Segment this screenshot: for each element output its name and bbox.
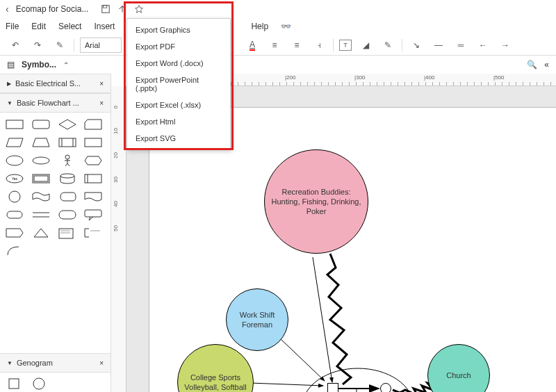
shape-rect2[interactable] <box>83 135 104 150</box>
flowchart-shapes: Yes <box>0 113 111 263</box>
menu-insert[interactable]: Insert <box>94 22 115 31</box>
shape-note[interactable] <box>57 225 78 240</box>
close-section-icon[interactable]: × <box>99 99 104 107</box>
pen-icon[interactable]: ✎ <box>379 37 396 54</box>
back-icon[interactable]: ‹ <box>6 3 9 15</box>
connector-icon[interactable]: ↘ <box>408 37 425 54</box>
symbol-bar: ▤ Symbo... ⌃ 🔍 « <box>0 56 556 74</box>
shape-callout[interactable] <box>83 207 104 222</box>
library-icon[interactable]: ▤ <box>7 60 15 70</box>
svg-point-28 <box>33 378 44 389</box>
shape-stadium[interactable] <box>57 207 78 222</box>
shapes-panel: ▶Basic Electrical S...× ▼Basic Flowchart… <box>0 74 111 392</box>
text-color-icon[interactable]: A <box>244 37 261 54</box>
shape-card[interactable] <box>83 117 104 132</box>
menu-help[interactable]: Help <box>251 22 268 31</box>
shape-roundrect[interactable] <box>31 117 51 132</box>
ruler-vertical: 0 10 20 30 40 50 <box>111 86 126 392</box>
shape-yes[interactable]: Yes <box>4 171 25 186</box>
svg-rect-19 <box>7 211 22 218</box>
shape-pill[interactable] <box>4 207 25 222</box>
separator <box>333 39 334 51</box>
brush-icon[interactable]: ✎ <box>51 37 68 54</box>
shape-tape[interactable] <box>31 189 51 204</box>
shape-hex[interactable] <box>83 153 104 168</box>
align-v-icon[interactable]: ⫞ <box>311 37 327 54</box>
star-icon[interactable] <box>134 4 144 14</box>
arrow-end-icon[interactable]: → <box>497 37 514 54</box>
undo-icon[interactable]: ↶ <box>7 37 24 54</box>
export-excel[interactable]: Export Excel (.xlsx) <box>127 97 230 113</box>
save-icon[interactable] <box>101 4 111 14</box>
shape-proc2[interactable] <box>83 171 104 186</box>
export-pdf[interactable]: Export PDF <box>127 38 230 55</box>
font-selector[interactable]: Arial <box>80 38 122 53</box>
menu-select[interactable]: Select <box>58 22 81 31</box>
section-flowchart[interactable]: ▼Basic Flowchart ...× <box>0 93 111 113</box>
chevron-right-icon: ▶ <box>7 81 11 87</box>
shape-process[interactable] <box>57 135 78 150</box>
shape-tri[interactable] <box>31 225 51 240</box>
shape-rect[interactable] <box>4 117 25 132</box>
shape-gen-circle[interactable] <box>31 375 51 391</box>
redo-icon[interactable]: ↷ <box>29 37 46 54</box>
binoculars-icon[interactable]: 👓 <box>281 22 291 31</box>
shape-circle[interactable] <box>4 189 25 204</box>
svg-rect-22 <box>85 210 101 217</box>
close-section-icon[interactable]: × <box>99 359 104 367</box>
shape-oval[interactable] <box>31 153 51 168</box>
close-section-icon[interactable]: × <box>99 80 104 88</box>
svg-rect-27 <box>9 379 19 389</box>
fill-icon[interactable]: ◢ <box>357 37 374 54</box>
svg-point-10 <box>65 155 70 159</box>
svg-rect-3 <box>33 120 49 129</box>
menu-file[interactable]: File <box>6 22 19 31</box>
genogram-shapes <box>0 373 111 392</box>
shape-arc[interactable] <box>4 243 25 259</box>
shape-pent[interactable] <box>4 225 25 240</box>
shape-doc[interactable] <box>83 189 104 204</box>
shape-rhombus[interactable] <box>57 117 78 132</box>
svg-rect-14 <box>34 176 48 181</box>
chevron-up-icon[interactable]: ⌃ <box>63 61 69 69</box>
node-adam[interactable] <box>327 383 338 392</box>
svg-point-18 <box>9 191 20 202</box>
menu-bar: File Edit Select Insert Help 👓 <box>0 18 556 35</box>
line-style-icon[interactable]: — <box>430 37 447 54</box>
shape-person[interactable] <box>57 153 78 168</box>
shape-trap[interactable] <box>31 135 51 150</box>
node-collegesports[interactable]: College Sports Volleyball, Softball <box>177 344 254 392</box>
shape-anno[interactable] <box>83 225 104 240</box>
node-recreation[interactable]: Recreation Buddies: Hunting, Fishing, Dr… <box>264 149 368 254</box>
export-ppt[interactable]: Export PowerPoint (.pptx) <box>127 72 230 97</box>
shape-display[interactable] <box>57 189 78 204</box>
node-workshift[interactable]: Work Shift Foreman <box>226 288 288 351</box>
collapse-icon[interactable]: « <box>544 60 549 70</box>
svg-rect-2 <box>6 120 23 129</box>
arrow-start-icon[interactable]: ← <box>475 37 491 54</box>
shape-ellipse[interactable] <box>4 153 25 168</box>
search-icon[interactable]: 🔍 <box>527 60 537 70</box>
node-louise[interactable] <box>380 383 391 392</box>
shape-gen-rect[interactable] <box>6 375 26 391</box>
svg-point-8 <box>6 156 23 165</box>
svg-text:Yes: Yes <box>12 177 18 181</box>
node-church[interactable]: Church <box>427 344 490 392</box>
shape-dbline[interactable] <box>31 207 51 222</box>
section-electrical[interactable]: ▶Basic Electrical S...× <box>0 74 111 93</box>
shape-cyl[interactable] <box>57 171 78 186</box>
menu-edit[interactable]: Edit <box>31 22 46 31</box>
text-box-icon[interactable]: T <box>339 40 352 51</box>
shape-dblrect[interactable] <box>31 171 51 186</box>
export-svg[interactable]: Export SVG <box>127 130 230 147</box>
export-icon[interactable] <box>117 4 127 14</box>
export-graphics[interactable]: Export Graphics <box>127 22 230 38</box>
line-spacing-icon[interactable]: ≡ <box>266 37 283 54</box>
shape-para[interactable] <box>4 135 25 150</box>
align-left-icon[interactable]: ≡ <box>288 37 305 54</box>
section-genogram[interactable]: ▼Genogram× <box>0 353 111 373</box>
export-word[interactable]: Export Word (.docx) <box>127 55 230 72</box>
toolbar: ↶ ↷ ✎ Arial A ≡ ≡ ⫞ T ◢ ✎ ↘ — ═ ← → <box>0 35 556 56</box>
export-html[interactable]: Export Html <box>127 113 230 130</box>
line-weight-icon[interactable]: ═ <box>452 37 469 54</box>
